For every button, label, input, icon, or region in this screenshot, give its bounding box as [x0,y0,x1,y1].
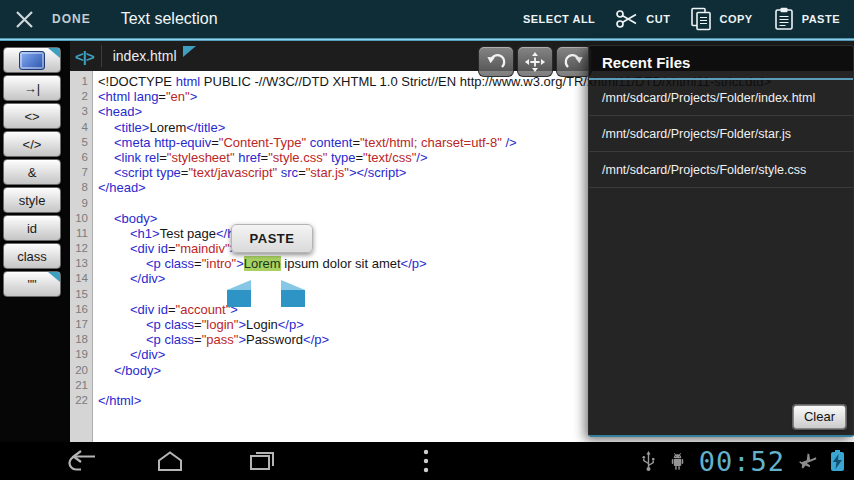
open-file-tab[interactable]: index.html [113,48,177,64]
menu-overflow-icon [423,449,429,473]
line-number: 8 [70,180,92,195]
cut-icon [615,8,639,30]
snippet-sidebar: →|<></>&styleidclass"" [0,41,70,442]
copy-icon [690,7,712,31]
copy-label: COPY [719,13,752,25]
status-cluster: 00:52 [641,442,844,480]
recent-file-item[interactable]: /mnt/sdcard/Projects/Folder/index.html [589,80,853,116]
blue-image-icon [19,51,45,70]
move-icon [524,51,546,73]
close-button[interactable] [4,0,44,38]
line-number: 22 [70,393,92,408]
sidebar-button-tab[interactable]: →| [3,75,61,101]
sidebar-button-quotes[interactable]: "" [3,271,61,297]
close-icon [15,10,34,29]
select-all-button[interactable]: SELECT ALL [523,0,595,38]
undo-icon [485,52,507,72]
line-number-gutter: 12345678910111213141516171819202122 [70,71,93,442]
system-bar: 00:52 [0,442,854,480]
line-number: 18 [70,332,92,347]
line-number: 15 [70,287,92,302]
recent-files-title: Recent Files [589,46,853,78]
line-number: 21 [70,378,92,393]
line-number: 3 [70,104,92,119]
menu-overflow-button[interactable] [408,442,444,480]
line-number: 19 [70,347,92,362]
paste-button[interactable]: PASTE [773,0,840,38]
sidebar-button-selection[interactable] [3,47,61,73]
undo-button[interactable] [478,46,514,77]
sidebar-button-class[interactable]: class [3,243,61,269]
line-number: 11 [70,226,92,241]
clear-button[interactable]: Clear [793,405,846,429]
line-number: 5 [70,135,92,150]
recent-files-list: /mnt/sdcard/Projects/Folder/index.html/m… [589,80,853,188]
line-number: 12 [70,241,92,256]
floating-edit-buttons [478,46,592,77]
line-number: 4 [70,120,92,135]
sidebar-button-style[interactable]: style [3,187,61,213]
done-button[interactable]: DONE [52,12,91,26]
select-all-label: SELECT ALL [523,13,595,25]
code-tag-icon: <|> [75,48,94,65]
airplane-mode-icon [798,451,818,471]
recent-files-panel: Recent Files /mnt/sdcard/Projects/Folder… [588,45,854,437]
recent-file-item[interactable]: /mnt/sdcard/Projects/Folder/style.css [589,152,853,188]
back-icon [65,449,99,473]
cut-button[interactable]: CUT [615,0,670,38]
recents-icon [247,450,277,472]
redo-icon [563,52,585,72]
screen: DONE Text selection SELECT ALL CUT COPY [0,0,854,480]
adb-robot-icon [669,452,686,471]
move-cursor-button[interactable] [517,46,553,77]
modified-corner-icon [183,46,196,57]
sidebar-button-close-tag[interactable]: </> [3,131,61,157]
line-number: 20 [70,363,92,378]
recents-button[interactable] [234,442,290,480]
cut-label: CUT [646,13,670,25]
line-number: 13 [70,256,92,271]
line-number: 7 [70,165,92,180]
redo-button[interactable] [556,46,592,77]
back-button[interactable] [54,442,110,480]
corner-fold-icon [48,48,60,58]
line-number: 16 [70,302,92,317]
selection-handle-right[interactable] [281,280,305,307]
line-number: 17 [70,317,92,332]
corner-fold-icon [48,272,60,282]
line-number: 14 [70,271,92,286]
copy-button[interactable]: COPY [690,0,752,38]
paste-icon [773,7,795,31]
battery-icon [831,452,844,471]
recent-file-item[interactable]: /mnt/sdcard/Projects/Folder/star.js [589,116,853,152]
line-number: 10 [70,211,92,226]
line-number: 6 [70,150,92,165]
line-number: 2 [70,89,92,104]
line-number: 9 [70,196,92,211]
paste-popup-button[interactable]: PASTE [231,224,313,253]
home-icon [155,450,185,472]
sidebar-button-id[interactable]: id [3,215,61,241]
home-button[interactable] [142,442,198,480]
clock: 00:52 [699,446,785,477]
usb-icon [641,450,656,472]
page-title: Text selection [121,10,218,28]
action-bar-actions: SELECT ALL CUT COPY [523,0,854,38]
action-bar: DONE Text selection SELECT ALL CUT COPY [0,0,854,38]
selection-handle-left[interactable] [227,280,251,307]
tab-separator [101,45,102,67]
sidebar-button-angle-brackets[interactable]: <> [3,103,61,129]
sidebar-button-ampersand[interactable]: & [3,159,61,185]
line-number: 1 [70,74,92,89]
paste-label: PASTE [802,13,840,25]
